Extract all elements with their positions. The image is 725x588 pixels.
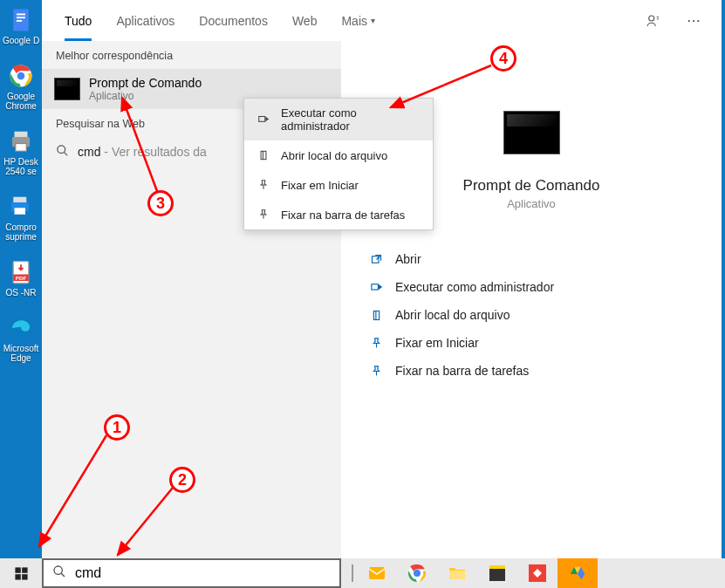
ctx-run-admin[interactable]: Executar como administrador [244,99,433,140]
desktop-label: OS -NR [6,288,37,297]
printer-icon [6,126,36,156]
edge-icon [6,313,36,343]
desktop-label: Compro suprime [2,222,40,242]
svg-point-17 [649,16,654,21]
best-match-header: Melhor correspondência [42,41,341,69]
svg-point-20 [697,19,699,21]
tab-apps[interactable]: Aplicativos [104,0,187,41]
svg-rect-24 [373,311,379,319]
folder-icon [256,148,270,162]
taskbar-apps [341,558,598,588]
chrome-icon [6,61,36,91]
ctx-open-location[interactable]: Abrir local do arquivo [244,140,433,170]
action-open-label: Abrir [395,252,421,266]
action-pin-taskbar[interactable]: Fixar na barra de tarefas [369,357,722,385]
svg-rect-10 [13,197,26,202]
action-pin-start[interactable]: Fixar em Iniciar [369,329,722,357]
ctx-open-location-label: Abrir local do arquivo [281,149,387,162]
svg-rect-7 [15,132,28,137]
web-search-suffix: - Ver resultados da [100,145,206,159]
search-input[interactable] [75,565,331,581]
desktop-label: Google D [3,36,39,45]
pin-taskbar-icon [256,208,270,222]
svg-point-34 [414,570,421,577]
annotation-2: 2 [169,467,195,493]
svg-rect-26 [261,151,266,159]
svg-rect-23 [371,284,378,289]
app-name: Prompt de Comando [463,177,600,195]
task-drive[interactable] [557,558,598,588]
more-options-icon[interactable] [681,9,706,33]
tab-more[interactable]: Mais▾ [329,0,387,41]
app-thumb-icon [503,111,560,154]
docs-icon [6,5,36,35]
task-anydesk[interactable] [517,558,557,588]
pdf-icon: PDF [6,257,36,287]
task-outlook[interactable] [357,558,397,588]
svg-rect-35 [449,571,465,579]
task-chrome[interactable] [397,558,437,588]
tab-web[interactable]: Web [280,0,330,41]
action-run-admin-label: Executar como administrador [395,280,554,294]
taskbar [0,558,725,588]
svg-rect-27 [15,567,20,572]
pin-start-icon [369,336,383,350]
desktop-icon-google-docs[interactable]: Google D [2,5,40,45]
desktop-icon-edge[interactable]: Microsoft Edge [2,313,40,363]
action-run-admin[interactable]: Executar como administrador [369,273,722,301]
svg-rect-1 [17,14,25,16]
tab-more-label: Mais [341,14,367,28]
context-menu: Executar como administrador Abrir local … [243,98,434,230]
desktop-icon-printer[interactable]: HP Desk 2540 se [2,126,40,176]
search-panel: Tudo Aplicativos Documentos Web Mais▾ Me… [42,0,722,558]
action-pin-start-label: Fixar em Iniciar [395,336,479,350]
search-icon [56,144,69,160]
svg-text:PDF: PDF [16,275,27,281]
chevron-down-icon: ▾ [371,16,375,25]
annotation-3: 3 [147,190,174,216]
svg-rect-2 [17,17,25,18]
cart-icon [6,192,36,222]
svg-rect-28 [22,567,27,572]
shield-icon [369,280,383,294]
taskbar-search-box[interactable] [42,558,341,588]
desktop-icons: Google D Google Chrome HP Desk 2540 se C… [0,0,42,363]
taskbar-divider [352,564,353,582]
action-open[interactable]: Abrir [369,245,722,273]
svg-rect-9 [16,144,27,152]
result-subtitle: Aplicativo [89,90,202,102]
start-button[interactable] [0,558,42,588]
desktop-icon-pdf[interactable]: PDF OS -NR [2,257,40,297]
feedback-icon[interactable] [641,9,666,33]
desktop-icon-cart[interactable]: Compro suprime [2,192,40,242]
task-sticky[interactable] [477,558,517,588]
windows-icon [14,566,29,581]
svg-point-18 [688,19,690,21]
result-title: Prompt de Comando [89,76,202,90]
shield-icon [256,113,270,126]
app-type: Aplicativo [507,197,556,210]
task-explorer[interactable] [437,558,477,588]
ctx-pin-start-label: Fixar em Iniciar [281,179,359,192]
svg-rect-25 [259,117,265,122]
folder-icon [369,308,383,322]
search-tabs: Tudo Aplicativos Documentos Web Mais▾ [42,0,722,41]
action-pin-taskbar-label: Fixar na barra de tarefas [395,364,529,378]
pin-start-icon [256,178,270,192]
svg-rect-12 [15,208,26,215]
pin-taskbar-icon [369,364,383,378]
svg-rect-37 [489,565,505,569]
annotation-1: 1 [104,414,130,441]
tab-all[interactable]: Tudo [52,0,104,41]
svg-point-31 [54,566,62,574]
ctx-pin-taskbar[interactable]: Fixar na barra de tarefas [244,200,433,229]
tab-docs[interactable]: Documentos [187,0,280,41]
desktop-icon-chrome[interactable]: Google Chrome [2,61,40,111]
svg-rect-3 [17,20,22,22]
desktop-label: HP Desk 2540 se [2,157,40,176]
search-icon [52,564,66,582]
action-open-location[interactable]: Abrir local do arquivo [369,301,722,329]
ctx-pin-start[interactable]: Fixar em Iniciar [244,170,433,200]
svg-point-21 [58,146,65,154]
desktop-label: Microsoft Edge [2,344,40,363]
